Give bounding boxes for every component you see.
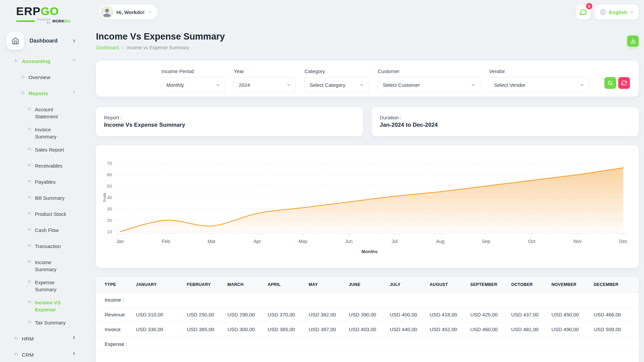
sidebar-item-label: Cash Flow	[35, 227, 59, 234]
sidebar-item-cash-flow[interactable]: Cash Flow	[0, 227, 96, 237]
sidebar-item-dashboard[interactable]: Dashboard	[0, 32, 96, 50]
svg-text:Jun: Jun	[345, 239, 353, 244]
sidebar-item-crm[interactable]: CRM	[0, 351, 96, 361]
table-column-header: MARCH	[225, 277, 265, 293]
amount-cell: USD 490,00	[549, 322, 591, 337]
sidebar-item-receivables[interactable]: Receivables	[0, 162, 96, 172]
table-column-header: SEPTEMBER	[468, 277, 508, 293]
language-label: English	[609, 9, 627, 15]
duration-label: Duration :	[380, 115, 631, 120]
svg-text:50: 50	[107, 184, 112, 189]
sidebar-item-income-summary[interactable]: Income Summary	[0, 259, 96, 273]
chevron-right-icon	[72, 90, 76, 95]
filter-select-year[interactable]: 2024	[234, 77, 296, 93]
income-expense-table: TYPEJANUARYFEBRUARYMARCHAPRILMAYJUNEJULY…	[96, 277, 639, 352]
sidebar-item-label: Accounting	[22, 58, 50, 65]
apply-filter-button[interactable]	[604, 77, 616, 89]
avatar	[101, 6, 113, 18]
table-column-header: JULY	[387, 277, 427, 293]
amount-cell: USD 310,00	[133, 307, 184, 322]
user-menu[interactable]: Hi, Workdo!	[99, 5, 158, 19]
logo-text: ERPGO	[16, 5, 96, 17]
notifications-button[interactable]: 0	[576, 5, 591, 19]
breadcrumb-separator-icon: ›	[122, 45, 124, 50]
svg-text:Aug: Aug	[436, 239, 444, 244]
chevron-down-icon	[360, 83, 364, 87]
sidebar-item-bill-summary[interactable]: Bill Summary	[0, 194, 96, 204]
filter-select-vendor[interactable]: Select Vendor	[489, 77, 589, 93]
topbar: Hi, Workdo! 0 English	[96, 0, 639, 24]
chevron-down-icon	[286, 83, 291, 87]
amount-cell: USD 466,00	[591, 307, 639, 322]
sidebar-item-hrm[interactable]: HRM	[0, 335, 96, 345]
bullet-icon	[28, 195, 31, 199]
sidebar-item-label: Income VS Expense	[35, 299, 71, 313]
table-data-row-revenue: RevenueUSD 310,00USD 250,00USD 290,00USD…	[96, 307, 639, 322]
table-column-header: OCTOBER	[508, 277, 549, 293]
amount-cell: USD 382,00	[306, 307, 346, 322]
amount-cell: USD 400,00	[387, 307, 427, 322]
language-selector[interactable]: English	[595, 5, 639, 19]
sidebar-item-reports[interactable]: Reports	[0, 90, 96, 100]
report-card: Report : Income Vs Expense Summary	[96, 107, 363, 136]
selected-value: 2024	[239, 82, 286, 88]
sidebar-item-sales-report[interactable]: Sales Report	[0, 146, 96, 156]
svg-text:Jan: Jan	[116, 239, 124, 244]
duration-value: Jan-2024 to Dec-2024	[380, 122, 631, 128]
sidebar-item-label: Sales Report	[35, 146, 64, 153]
amount-cell: USD 437,00	[508, 307, 549, 322]
bullet-icon	[14, 352, 18, 357]
sidebar-item-tax-summary[interactable]: Tax Summary	[0, 319, 96, 329]
sidebar-item-label: Overview	[29, 74, 50, 81]
bullet-icon	[28, 127, 31, 131]
svg-text:Months: Months	[362, 249, 378, 254]
table-column-header: JUNE	[346, 277, 387, 293]
sidebar-item-label: HRM	[22, 335, 34, 342]
sidebar-item-expense-summary[interactable]: Expense Summary	[0, 279, 96, 293]
sidebar-item-product-stock[interactable]: Product Stock	[0, 210, 96, 221]
sidebar-item-income-vs-expense[interactable]: Income VS Expense	[0, 299, 96, 313]
reset-filter-button[interactable]	[618, 77, 630, 89]
income-expense-chart: 10203040506070JanFebMarAprMayJunJulAugSe…	[96, 145, 639, 268]
sidebar-item-label: Receivables	[35, 162, 62, 169]
table-column-header: DECEMBER	[591, 277, 639, 293]
table-column-header: FEBRUARY	[184, 277, 225, 293]
filter-label-customer: Customer	[378, 68, 480, 74]
filter-field-vendor: Vendor Select Vendor	[489, 68, 589, 97]
row-type-label: Revenue	[96, 307, 133, 322]
filter-select-income-period[interactable]: Monthly	[161, 77, 225, 93]
table-column-header: APRIL	[265, 277, 306, 293]
greeting-label: Hi, Workdo!	[116, 9, 145, 15]
breadcrumb-current: Income vs Expense Summary	[127, 45, 189, 50]
app-root: ERPGO Powered By WORKDO Dashboard Accoun…	[0, 0, 644, 362]
sidebar-item-overview[interactable]: Overview	[0, 74, 96, 84]
filter-select-category[interactable]: Select Category	[305, 77, 369, 93]
bullet-icon	[28, 228, 31, 231]
download-button[interactable]	[627, 36, 639, 47]
chevron-down-icon	[216, 83, 220, 87]
filter-label-category: Category	[305, 68, 369, 74]
sidebar-item-label: Tax Summary	[35, 319, 66, 326]
breadcrumb-dashboard-link[interactable]: Dashboard	[96, 45, 119, 50]
bullet-icon	[21, 75, 25, 79]
amount-cell: USD 290,00	[225, 307, 265, 322]
amount-cell: USD 481,00	[508, 322, 549, 337]
filter-select-customer[interactable]: Select Customer	[378, 77, 480, 93]
filter-label-income-period: Income Period	[161, 68, 225, 74]
section-label: Expense :	[96, 337, 639, 352]
sidebar-item-accounting[interactable]: Accounting	[0, 58, 96, 68]
sidebar-item-payables[interactable]: Payables	[0, 178, 96, 188]
table-column-header: TYPE	[96, 277, 133, 293]
sidebar-item-invoice-summary[interactable]: Invoice Summary	[0, 126, 96, 140]
amount-cell: USD 330,00	[133, 322, 184, 337]
chat-icon	[579, 8, 587, 16]
sidebar-item-label: Bill Summary	[35, 194, 64, 201]
bullet-icon	[28, 179, 31, 183]
sidebar-item-transaction[interactable]: Transaction	[0, 243, 96, 253]
home-icon-box	[7, 32, 24, 50]
table-column-header: JANUARY	[133, 277, 184, 293]
chevron-down-icon	[72, 58, 76, 62]
sidebar-item-label: Reports	[29, 90, 48, 97]
sidebar-item-account-statement[interactable]: Account Statement	[0, 106, 96, 120]
selected-value: Select Vendor	[494, 82, 580, 88]
